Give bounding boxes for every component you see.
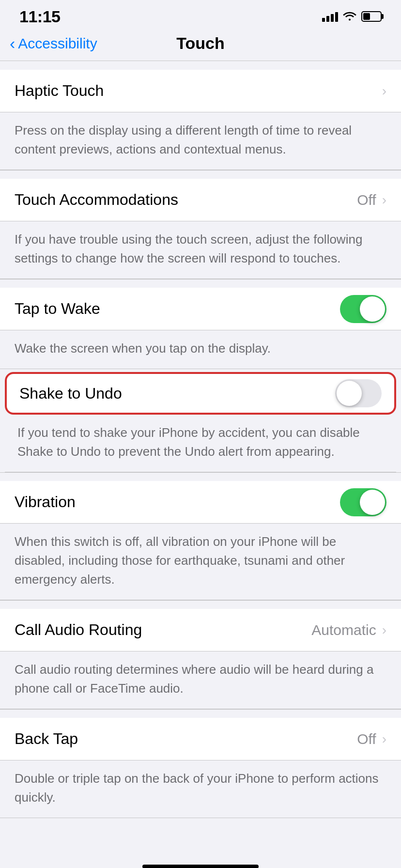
- tap-to-wake-description-text: Wake the screen when you tap on the disp…: [15, 341, 271, 356]
- haptic-touch-label: Haptic Touch: [15, 82, 104, 100]
- tap-to-wake-label: Tap to Wake: [15, 300, 100, 318]
- signal-strength-icon: [322, 11, 338, 22]
- call-audio-routing-description-text: Call audio routing determines where audi…: [15, 662, 373, 696]
- vibration-toggle-knob: [360, 490, 385, 515]
- tap-to-wake-description: Wake the screen when you tap on the disp…: [0, 330, 401, 369]
- vibration-description-text: When this switch is off, all vibration o…: [15, 534, 345, 587]
- shake-to-undo-row[interactable]: Shake to Undo: [5, 372, 396, 415]
- tap-to-wake-section: Tap to Wake Wake the screen when you tap…: [0, 279, 401, 369]
- vibration-toggle[interactable]: [340, 488, 386, 516]
- touch-accommodations-description: If you have trouble using the touch scre…: [0, 221, 401, 279]
- back-button[interactable]: ‹ Accessibility: [10, 35, 97, 52]
- vibration-section: Vibration When this switch is off, all v…: [0, 472, 401, 600]
- back-tap-label: Back Tap: [15, 730, 78, 748]
- home-bar: [142, 865, 259, 868]
- shake-to-undo-label: Shake to Undo: [19, 385, 122, 403]
- touch-accommodations-label: Touch Accommodations: [15, 191, 178, 209]
- call-audio-routing-description: Call audio routing determines where audi…: [0, 651, 401, 709]
- back-chevron-icon: ‹: [10, 35, 15, 51]
- touch-accommodations-right: Off ›: [357, 192, 386, 208]
- shake-to-undo-section: Shake to Undo If you tend to shake your …: [0, 369, 401, 472]
- battery-icon: [361, 11, 382, 22]
- haptic-touch-right: ›: [382, 83, 386, 99]
- haptic-touch-description: Press on the display using a different l…: [0, 112, 401, 170]
- vibration-label: Vibration: [15, 493, 76, 511]
- status-bar: 11:15: [0, 0, 401, 29]
- call-audio-routing-section: Call Audio Routing Automatic › Call audi…: [0, 600, 401, 709]
- touch-accommodations-section: Touch Accommodations Off › If you have t…: [0, 170, 401, 279]
- back-tap-value: Off: [357, 731, 376, 747]
- tap-to-wake-row[interactable]: Tap to Wake: [0, 288, 401, 330]
- status-icons: [322, 10, 382, 23]
- home-indicator: [0, 857, 401, 868]
- back-label: Accessibility: [18, 35, 97, 52]
- back-tap-description-text: Double or triple tap on the back of your…: [15, 771, 379, 805]
- haptic-touch-description-text: Press on the display using a different l…: [15, 123, 352, 156]
- vibration-row[interactable]: Vibration: [0, 481, 401, 524]
- haptic-touch-row[interactable]: Haptic Touch ›: [0, 70, 401, 112]
- status-time: 11:15: [19, 7, 60, 26]
- touch-accommodations-value: Off: [357, 192, 376, 208]
- back-tap-section: Back Tap Off › Double or triple tap on t…: [0, 709, 401, 818]
- haptic-touch-chevron-icon: ›: [382, 83, 386, 99]
- shake-to-undo-toggle-knob: [337, 381, 362, 406]
- tap-to-wake-toggle-knob: [360, 296, 385, 322]
- call-audio-routing-row[interactable]: Call Audio Routing Automatic ›: [0, 609, 401, 651]
- call-audio-routing-chevron-icon: ›: [382, 622, 386, 638]
- vibration-description: When this switch is off, all vibration o…: [0, 524, 401, 600]
- back-tap-row[interactable]: Back Tap Off ›: [0, 718, 401, 760]
- shake-to-undo-description-text: If you tend to shake your iPhone by acci…: [17, 425, 360, 459]
- back-tap-description: Double or triple tap on the back of your…: [0, 760, 401, 818]
- wifi-icon: [343, 10, 356, 23]
- touch-accommodations-chevron-icon: ›: [382, 192, 386, 208]
- call-audio-routing-right: Automatic ›: [311, 622, 386, 638]
- call-audio-routing-label: Call Audio Routing: [15, 621, 142, 639]
- tap-to-wake-toggle[interactable]: [340, 295, 386, 323]
- back-tap-chevron-icon: ›: [382, 731, 386, 747]
- touch-accommodations-description-text: If you have trouble using the touch scre…: [15, 232, 362, 265]
- back-tap-right: Off ›: [357, 731, 386, 747]
- haptic-touch-section: Haptic Touch › Press on the display usin…: [0, 61, 401, 170]
- touch-accommodations-row[interactable]: Touch Accommodations Off ›: [0, 179, 401, 221]
- nav-header: ‹ Accessibility Touch: [0, 29, 401, 61]
- call-audio-routing-value: Automatic: [311, 622, 376, 638]
- shake-to-undo-description: If you tend to shake your iPhone by acci…: [5, 415, 396, 472]
- page-title: Touch: [176, 34, 224, 53]
- shake-to-undo-toggle[interactable]: [335, 379, 382, 407]
